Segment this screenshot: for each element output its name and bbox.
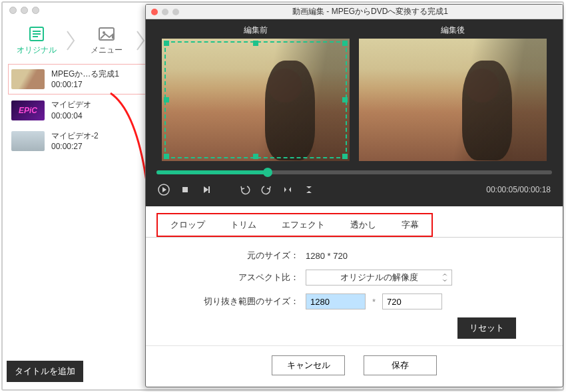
tabs-highlight-annotation: クロップ トリム エフェクト 透かし 字幕 [156, 213, 433, 237]
clip-duration: 00:00:17 [51, 79, 119, 90]
time-readout: 00:00:05/00:00:18 [486, 185, 551, 194]
original-size-label: 元のサイズ： [172, 250, 299, 262]
aspect-ratio-label: アスペクト比： [172, 272, 299, 284]
traffic-light-zoom[interactable] [32, 7, 39, 14]
clip-title: マイビデオ [51, 99, 91, 110]
modal-titlebar: 動画編集 - MPEGからDVDへ変換する完成1 [146, 5, 563, 19]
traffic-light-minimize[interactable] [21, 7, 28, 14]
aspect-ratio-select[interactable]: オリジナルの解像度 [306, 270, 452, 286]
tab-trim[interactable]: トリム [218, 214, 269, 236]
clip-title: マイビデオ-2 [51, 130, 99, 141]
multiply-icon: * [372, 297, 376, 307]
flip-horizontal-icon[interactable] [282, 184, 294, 196]
timeline[interactable] [156, 170, 552, 174]
traffic-light-close[interactable] [9, 7, 17, 14]
before-label: 編集前 [244, 25, 268, 36]
crop-size-label: 切り抜き範囲のサイズ： [172, 295, 299, 307]
step-forward-icon[interactable] [200, 184, 212, 196]
wizard-step-label: オリジナル [17, 45, 57, 56]
playback-controls: 00:00:05/00:00:18 [158, 184, 551, 196]
modal-close-button[interactable] [151, 9, 158, 15]
clip-thumbnail [11, 69, 45, 89]
wizard-step-label: メニュー [91, 45, 123, 56]
video-editor-modal: 動画編集 - MPEGからDVDへ変換する完成1 編集前 [145, 4, 563, 387]
clip-meta: マイビデオ 00:00:04 [51, 99, 91, 120]
preview-after [359, 39, 547, 161]
thumb-text: EPiC [19, 106, 37, 115]
clip-thumbnail [11, 131, 45, 151]
after-label: 編集後 [441, 25, 465, 36]
tab-crop[interactable]: クロップ [158, 214, 218, 236]
timeline-playhead[interactable] [263, 168, 272, 177]
preview-area: 編集前 編集後 [146, 19, 563, 206]
svg-rect-12 [208, 186, 210, 193]
modal-zoom-button[interactable] [172, 9, 179, 15]
tab-watermark[interactable]: 透かし [338, 214, 389, 236]
clip-meta: MPEGか…る完成1 00:00:17 [51, 69, 119, 90]
flip-vertical-icon[interactable] [303, 184, 315, 196]
modal-title: 動画編集 - MPEGからDVDへ変換する完成1 [183, 6, 557, 17]
preview-before[interactable] [162, 39, 350, 161]
clip-duration: 00:00:27 [51, 141, 99, 152]
clip-thumbnail: EPiC [11, 100, 45, 120]
svg-marker-11 [204, 186, 208, 193]
crop-width-input[interactable] [306, 294, 366, 309]
clip-duration: 00:00:04 [51, 110, 91, 121]
timeline-progress [156, 170, 267, 174]
add-title-button[interactable]: タイトルを追加 [7, 361, 83, 382]
modal-actions: キャンセル 保存 [146, 345, 563, 386]
play-icon[interactable] [158, 184, 170, 196]
stop-icon[interactable] [179, 184, 191, 196]
chevron-right-icon [65, 27, 78, 54]
save-button[interactable]: 保存 [364, 355, 437, 375]
original-size-value: 1280 * 720 [306, 251, 348, 261]
svg-marker-9 [162, 187, 166, 192]
modal-minimize-button[interactable] [162, 9, 168, 15]
rotate-right-icon[interactable] [260, 184, 272, 196]
clip-title: MPEGか…る完成1 [51, 69, 119, 79]
aspect-ratio-value: オリジナルの解像度 [340, 272, 418, 284]
cancel-button[interactable]: キャンセル [272, 355, 345, 375]
clip-meta: マイビデオ-2 00:00:27 [51, 130, 99, 152]
reset-button[interactable]: リセット [457, 317, 516, 339]
svg-rect-10 [182, 187, 188, 192]
wizard-step-original[interactable]: オリジナル [8, 21, 65, 61]
document-lines-icon [27, 26, 46, 42]
editor-tabs: クロップ トリム エフェクト 透かし 字幕 [146, 206, 563, 238]
tab-effect[interactable]: エフェクト [269, 214, 338, 236]
rotate-left-icon[interactable] [239, 184, 251, 196]
crop-form: 元のサイズ： 1280 * 720 アスペクト比： オリジナルの解像度 切り抜き… [146, 238, 563, 345]
tab-subtitle[interactable]: 字幕 [389, 214, 431, 236]
wizard-step-menu[interactable]: メニュー [78, 21, 135, 61]
image-icon [97, 26, 116, 42]
crop-height-input[interactable] [382, 294, 442, 309]
